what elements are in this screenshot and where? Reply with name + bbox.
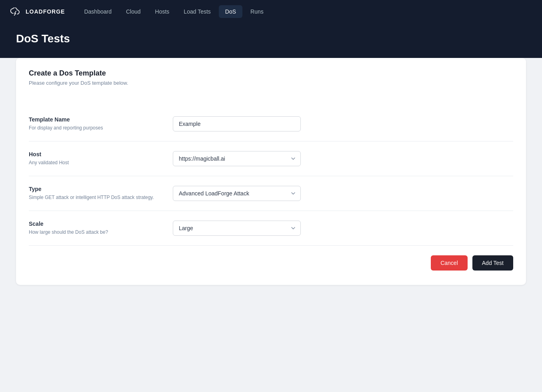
type-hint: Simple GET attack or intelligent HTTP Do…: [29, 194, 160, 201]
brand: LOADFORGE: [10, 8, 65, 16]
scale-select[interactable]: Small Medium Large Extra Large: [173, 221, 301, 236]
template-name-label-group: Template Name For display and reporting …: [29, 116, 173, 131]
loadforge-logo-icon: [10, 8, 22, 16]
card-header: Create a Dos Template Please configure y…: [16, 58, 526, 96]
scale-label-group: Scale How large should the DoS attack be…: [29, 221, 173, 236]
template-name-input[interactable]: [173, 116, 301, 131]
create-template-card: Create a Dos Template Please configure y…: [16, 58, 526, 285]
card-title: Create a Dos Template: [29, 69, 513, 78]
type-select[interactable]: Advanced LoadForge Attack Simple GET Att…: [173, 186, 301, 201]
scale-hint: How large should the DoS attack be?: [29, 229, 160, 236]
nav-links: Dashboard Cloud Hosts Load Tests DoS Run…: [78, 5, 270, 18]
host-row: Host Any validated Host https://magicbal…: [29, 141, 513, 176]
card-subtitle: Please configure your DoS template below…: [29, 80, 513, 86]
type-row: Type Simple GET attack or intelligent HT…: [29, 176, 513, 211]
host-control: https://magicball.ai https://example.com: [173, 151, 301, 166]
form-actions: Cancel Add Test: [29, 246, 513, 274]
host-label-group: Host Any validated Host: [29, 151, 173, 166]
scale-control: Small Medium Large Extra Large: [173, 221, 301, 236]
nav-link-cloud[interactable]: Cloud: [120, 5, 147, 18]
template-name-control: [173, 116, 301, 131]
nav-link-dashboard[interactable]: Dashboard: [78, 5, 118, 18]
page-title: DoS Tests: [16, 32, 526, 45]
type-control: Advanced LoadForge Attack Simple GET Att…: [173, 186, 301, 201]
template-name-row: Template Name For display and reporting …: [29, 107, 513, 141]
host-select[interactable]: https://magicball.ai https://example.com: [173, 151, 301, 166]
type-label-group: Type Simple GET attack or intelligent HT…: [29, 186, 173, 201]
nav-link-dos[interactable]: DoS: [219, 5, 242, 18]
scale-label: Scale: [29, 221, 160, 227]
card-body: Template Name For display and reporting …: [16, 96, 526, 285]
nav-link-load-tests[interactable]: Load Tests: [177, 5, 217, 18]
nav-link-runs[interactable]: Runs: [244, 5, 270, 18]
scale-row: Scale How large should the DoS attack be…: [29, 211, 513, 246]
template-name-hint: For display and reporting purposes: [29, 124, 160, 131]
template-name-label: Template Name: [29, 116, 160, 123]
add-test-button[interactable]: Add Test: [472, 255, 513, 271]
brand-name: LOADFORGE: [26, 8, 65, 15]
host-label: Host: [29, 151, 160, 157]
host-hint: Any validated Host: [29, 159, 160, 166]
cancel-button[interactable]: Cancel: [431, 255, 468, 271]
type-label: Type: [29, 186, 160, 192]
nav-link-hosts[interactable]: Hosts: [149, 5, 176, 18]
navbar: LOADFORGE Dashboard Cloud Hosts Load Tes…: [0, 0, 542, 23]
page-header: DoS Tests: [0, 23, 542, 58]
main-content: Create a Dos Template Please configure y…: [0, 58, 542, 301]
